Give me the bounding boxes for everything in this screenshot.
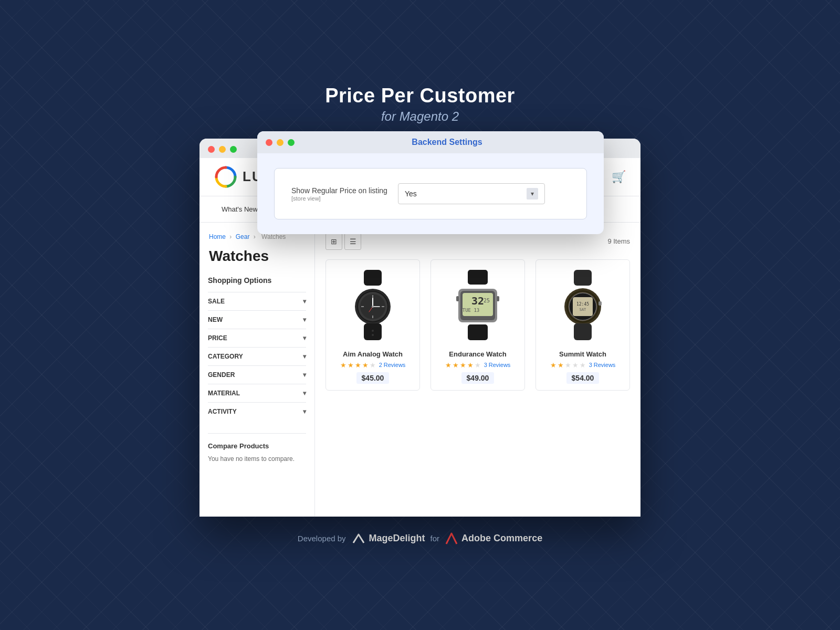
filter-new[interactable]: NEW ▾ [208, 310, 306, 329]
filter-gender-chevron: ▾ [303, 371, 306, 379]
analog-watch-svg [344, 269, 402, 342]
star2-5: ★ [475, 361, 481, 369]
star-3: ★ [355, 361, 361, 369]
filter-activity-chevron: ▾ [303, 408, 306, 415]
svg-text:12:45: 12:45 [576, 302, 589, 307]
filter-gender[interactable]: GENDER ▾ [208, 365, 306, 384]
dot-green[interactable] [230, 146, 237, 153]
filter-activity[interactable]: ACTIVITY ▾ [208, 402, 306, 421]
adobe-commerce-name: Adobe Commerce [461, 533, 542, 544]
backend-card: Show Regular Price on listing [store vie… [274, 168, 587, 219]
svg-rect-35 [598, 301, 602, 306]
svg-point-16 [372, 334, 374, 336]
backend-dot-yellow[interactable] [277, 139, 284, 146]
setting-select[interactable]: Yes ▾ [398, 183, 545, 204]
footer-developed-by: Developed by [298, 534, 346, 543]
compare-text: You have no items to compare. [208, 454, 306, 464]
adobe-commerce-logo: Adobe Commerce [445, 532, 542, 545]
select-arrow-icon: ▾ [527, 188, 538, 200]
svg-rect-32 [573, 297, 593, 316]
product-name-3: Summit Watch [542, 350, 623, 358]
product-card-2: 32 25 TUE 13 Endurance Watch ★ [430, 259, 525, 391]
star-5: ★ [370, 361, 376, 369]
filter-category-chevron: ▾ [303, 353, 306, 360]
dot-yellow[interactable] [219, 146, 226, 153]
compare-section: Compare Products You have no items to co… [208, 433, 306, 464]
svg-point-15 [372, 330, 374, 332]
item-count: 9 Items [607, 237, 630, 245]
shopping-options-heading: Shopping Options [208, 276, 306, 285]
adobe-icon [445, 532, 458, 545]
compare-title: Compare Products [208, 442, 306, 450]
filter-material[interactable]: MATERIAL ▾ [208, 384, 306, 402]
sidebar: Home › Gear › Watches Watches Shopping O… [200, 223, 315, 517]
backend-chrome: Backend Settings [257, 131, 604, 153]
breadcrumb-home[interactable]: Home [209, 233, 226, 240]
star3-4: ★ [572, 361, 579, 369]
cart-icon[interactable]: 🛒 [612, 170, 626, 184]
product-stars-2: ★ ★ ★ ★ ★ 3 Reviews [437, 361, 518, 369]
list-view-btn[interactable]: ☰ [344, 233, 361, 250]
product-stars-1: ★ ★ ★ ★ ★ 2 Reviews [332, 361, 413, 369]
reviews-link-1[interactable]: 2 Reviews [379, 362, 406, 368]
star2-3: ★ [460, 361, 466, 369]
digital-watch-svg: 32 25 TUE 13 [449, 269, 507, 342]
footer-for: for [430, 534, 440, 543]
main-title: Price Per Customer [325, 85, 515, 107]
backend-dot-red[interactable] [266, 139, 272, 146]
page-footer: Developed by MageDelight for Adobe Comme… [298, 531, 542, 546]
product-image-3: 12:45 SAT [542, 266, 623, 345]
svg-rect-24 [468, 324, 488, 340]
filter-category-label: CATEGORY [208, 353, 243, 360]
setting-sublabel: [store view] [291, 195, 387, 202]
filter-price[interactable]: PRICE ▾ [208, 329, 306, 347]
page-header: Price Per Customer for Magento 2 [325, 85, 515, 124]
product-toolbar: ⊞ ☰ 9 Items [326, 233, 630, 250]
product-price-2: $49.00 [461, 372, 495, 384]
star-1: ★ [340, 361, 346, 369]
svg-rect-27 [574, 270, 592, 286]
breadcrumb-gear[interactable]: Gear [236, 233, 250, 240]
dot-red[interactable] [208, 146, 215, 153]
svg-text:25: 25 [484, 298, 490, 303]
svg-rect-36 [574, 323, 592, 340]
filter-category[interactable]: CATEGORY ▾ [208, 347, 306, 365]
svg-point-13 [372, 306, 374, 308]
backend-dot-green[interactable] [288, 139, 295, 146]
svg-rect-1 [364, 270, 382, 286]
svg-rect-25 [456, 296, 459, 301]
product-name-1: Aim Analog Watch [332, 350, 413, 358]
star3-1: ★ [550, 361, 556, 369]
star3-2: ★ [558, 361, 564, 369]
view-icons: ⊞ ☰ [326, 233, 361, 250]
star3-3: ★ [565, 361, 571, 369]
backend-overlay: Backend Settings Show Regular Price on l… [257, 131, 604, 234]
backend-title: Backend Settings [299, 138, 595, 147]
grid-view-btn[interactable]: ⊞ [326, 233, 342, 250]
reviews-link-2[interactable]: 3 Reviews [484, 362, 511, 368]
product-price-1: $45.00 [356, 372, 390, 384]
page-category-title: Watches [208, 248, 306, 265]
products-grid: Aim Analog Watch ★ ★ ★ ★ ★ 2 Reviews $45… [326, 259, 630, 391]
product-image-2: 32 25 TUE 13 [437, 266, 518, 345]
product-stars-3: ★ ★ ★ ★ ★ 3 Reviews [542, 361, 623, 369]
svg-text:SAT: SAT [580, 308, 586, 312]
product-image-1 [332, 266, 413, 345]
filter-sale-label: SALE [208, 298, 225, 305]
product-card-1: Aim Analog Watch ★ ★ ★ ★ ★ 2 Reviews $45… [326, 259, 420, 391]
product-price-3: $54.00 [566, 372, 600, 384]
star2-4: ★ [467, 361, 474, 369]
backend-body: Show Regular Price on listing [store vie… [257, 153, 604, 234]
filter-material-chevron: ▾ [303, 390, 306, 397]
reviews-link-3[interactable]: 3 Reviews [589, 362, 616, 368]
setting-label: Show Regular Price on listing [291, 186, 387, 195]
filter-sale-chevron: ▾ [303, 298, 306, 305]
filter-new-chevron: ▾ [303, 316, 306, 323]
magedelight-name: MageDelight [369, 533, 425, 544]
filter-sale[interactable]: SALE ▾ [208, 292, 306, 310]
filter-price-chevron: ▾ [303, 334, 306, 342]
main-subtitle: for Magento 2 [325, 109, 515, 124]
star-4: ★ [362, 361, 369, 369]
filter-material-label: MATERIAL [208, 390, 240, 397]
star2-2: ★ [453, 361, 459, 369]
